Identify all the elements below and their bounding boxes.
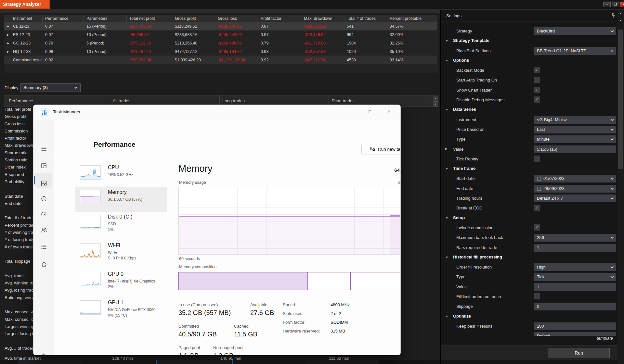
settings-gear-icon[interactable] xyxy=(37,349,50,355)
startup-apps-icon[interactable] xyxy=(37,208,50,220)
task-manager-titlebar[interactable]: Task Manager – □ ✕ xyxy=(33,105,400,120)
dropdown-field[interactable]: 256 xyxy=(534,234,616,242)
section-collapse-icon[interactable]: ▼ xyxy=(445,167,448,170)
scroll-down-icon[interactable]: ▼ xyxy=(617,17,624,24)
section-label[interactable]: Time frame xyxy=(453,166,475,171)
dropdown-field[interactable]: Tick xyxy=(534,273,616,281)
row-expander-icon[interactable]: ▶ xyxy=(7,22,9,30)
input-field[interactable]: Default xyxy=(534,332,616,336)
input-field[interactable]: BB-Trend-Q1-2P_NoSLTPx xyxy=(534,47,616,55)
row-expander-icon[interactable]: ▶ xyxy=(7,31,9,39)
close-button[interactable]: ✕ xyxy=(620,2,624,7)
input-field[interactable]: 1 xyxy=(534,244,616,252)
input-field[interactable]: 0 xyxy=(534,303,616,310)
section-label[interactable]: Historical fill processing xyxy=(453,255,502,259)
column-header[interactable]: Max. drawdown xyxy=(301,15,344,22)
dropdown-field[interactable]: Last xyxy=(534,126,616,133)
checkbox-unchecked[interactable] xyxy=(534,293,540,299)
setting-value: Default 24 x 7 xyxy=(537,196,563,201)
hamburger-menu-icon[interactable] xyxy=(37,143,50,155)
device-item-gpu-0[interactable]: GPU 0Intel(R) Iris(R) Xe Graphics2% xyxy=(75,269,167,297)
run-bar: Run xyxy=(441,345,617,360)
input-field[interactable]: 1 xyxy=(534,283,616,291)
setting-value: BlackBird xyxy=(537,29,555,33)
tm-close-button[interactable]: ✕ xyxy=(384,107,395,116)
scroll-up-icon[interactable]: ▲ xyxy=(433,96,438,101)
table-row[interactable]: ▶ES 12-230.9710 (Period)-$6,759.84$233,6… xyxy=(4,31,437,39)
device-item-memory[interactable]: Memory36.1/63.7 GB (57%) xyxy=(75,187,167,212)
tm-maximize-button[interactable]: □ xyxy=(364,107,375,116)
run-new-task-button[interactable]: Run new task xyxy=(361,144,401,155)
pin-icon[interactable] xyxy=(611,13,616,18)
section-label[interactable]: Data Series xyxy=(453,107,476,112)
section-collapse-icon[interactable]: ▼ xyxy=(445,315,448,318)
table-row[interactable]: ▶CL 11-230.8715 (Period)-$17,750.64$118,… xyxy=(4,22,437,31)
dropdown-field[interactable]: BlackBird xyxy=(534,27,616,35)
column-header[interactable]: Performance xyxy=(43,15,84,22)
services-icon[interactable] xyxy=(37,257,50,270)
checkbox-checked[interactable]: ✓ xyxy=(534,87,540,93)
tm-minimize-button[interactable]: – xyxy=(346,107,357,116)
performance-grid-scrollbar[interactable]: ▲ ▼ xyxy=(433,96,438,107)
section-collapse-icon[interactable]: ▼ xyxy=(445,59,448,62)
column-header[interactable]: Profit factor xyxy=(258,15,301,22)
device-item-wi-fi[interactable]: Wi-FiWi-FiS: 0 R: 8.0 Kbps xyxy=(75,240,167,269)
column-header[interactable]: Instrument xyxy=(4,15,43,22)
column-header[interactable]: Total net profit xyxy=(127,15,172,22)
restore-button[interactable]: ❐ xyxy=(612,2,619,7)
section-collapse-icon[interactable]: ▼ xyxy=(445,256,448,259)
column-header[interactable]: Parameters xyxy=(84,15,127,22)
performance-icon[interactable] xyxy=(37,177,50,190)
table-row[interactable]: ▶NQ 12-230.9810 (Period)-$11,067.20$474,… xyxy=(4,47,437,56)
section-label[interactable]: Optimize xyxy=(453,314,471,319)
app-tab-strategy-analyzer[interactable]: Strategy Analyzer xyxy=(0,0,50,9)
table-row[interactable]: ▶GC 12-230.795 (Period)-$55,132.16$213,3… xyxy=(4,39,437,47)
run-button[interactable]: Run xyxy=(548,348,610,358)
device-item-cpu[interactable]: CPU16% 3.52 GHz xyxy=(75,162,167,187)
column-header[interactable]: Total # of trades xyxy=(344,15,387,22)
users-icon[interactable] xyxy=(37,224,50,236)
section-label[interactable]: Setup xyxy=(453,215,465,220)
section-collapse-icon[interactable]: ▼ xyxy=(445,216,448,220)
checkbox-checked[interactable]: ✓ xyxy=(534,205,540,211)
column-header[interactable]: Gross profit xyxy=(172,15,215,22)
display-dropdown[interactable]: Summary ($) xyxy=(20,83,81,92)
scroll-up-icon[interactable]: ▲ xyxy=(617,10,624,17)
clear-icon[interactable]: x xyxy=(611,47,613,55)
dropdown-field[interactable]: <G-Big4_Minis> xyxy=(534,116,616,124)
checkbox-unchecked[interactable] xyxy=(534,77,540,83)
app-history-icon[interactable] xyxy=(37,193,50,205)
input-field[interactable]: 100 xyxy=(534,322,616,330)
dropdown-field[interactable]: Default 24 x 7 xyxy=(534,195,616,202)
scrollbar-thumb[interactable] xyxy=(618,30,623,169)
row-expander-icon[interactable]: ▶ xyxy=(7,47,9,56)
setting-value: 256 xyxy=(537,235,544,240)
minimize-button[interactable]: – xyxy=(603,2,611,7)
checkbox-checked[interactable]: ✓ xyxy=(534,96,540,103)
template-link[interactable]: template xyxy=(441,336,613,341)
details-icon[interactable] xyxy=(37,241,50,253)
section-collapse-icon[interactable]: ▼ xyxy=(445,39,448,43)
column-header[interactable]: Gross loss xyxy=(215,15,258,22)
column-header[interactable]: Percent profitable xyxy=(387,15,437,22)
table-cell: -$23,146.92 xyxy=(301,31,344,39)
checkbox-checked[interactable]: ✓ xyxy=(534,67,540,73)
table-row[interactable]: Combined results0.92-$90,709.84$1,039,42… xyxy=(4,56,437,64)
row-expander-icon[interactable]: ▶ xyxy=(445,147,448,150)
checkbox-unchecked[interactable] xyxy=(534,156,540,162)
section-label[interactable]: Strategy Template xyxy=(453,38,489,43)
row-expander-icon[interactable]: ▶ xyxy=(7,39,9,47)
device-item-gpu-1[interactable]: GPU 1NVIDIA GeForce RTX 30600% (55 °C) xyxy=(75,297,167,326)
processes-icon[interactable] xyxy=(37,159,50,172)
dropdown-field[interactable]: High xyxy=(534,263,616,271)
checkbox-checked[interactable]: ✓ xyxy=(534,224,540,231)
device-item-disk-0-c-[interactable]: Disk 0 (C:)SSD1% xyxy=(75,212,167,240)
input-field[interactable]: 5;15;5 (15) xyxy=(534,145,616,153)
settings-scrollbar[interactable]: ▲ ▼ xyxy=(617,10,624,364)
dropdown-field[interactable]: 01/07/2023 xyxy=(534,175,616,182)
section-collapse-icon[interactable]: ▼ xyxy=(445,108,448,111)
dropdown-field[interactable]: 28/09/2023 xyxy=(534,185,616,193)
section-label[interactable]: Options xyxy=(453,58,469,63)
dropdown-field[interactable]: Minute xyxy=(534,135,616,143)
column-performance[interactable]: Performance xyxy=(9,95,33,107)
